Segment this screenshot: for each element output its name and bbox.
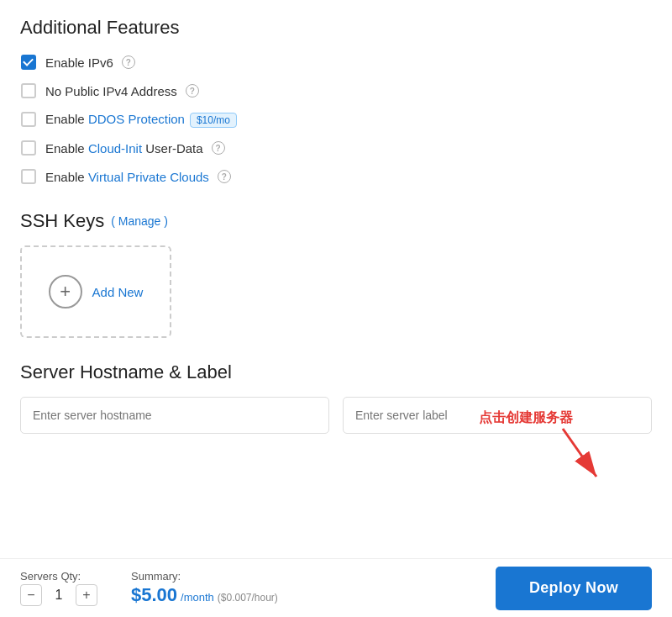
vpc-help-icon[interactable]: ? bbox=[218, 170, 231, 183]
no-ipv4-checkbox[interactable] bbox=[21, 83, 36, 98]
summary-section: Summary: $5.00 /month ($0.007/hour) bbox=[131, 570, 278, 606]
feature-item-ddos: Enable DDOS Protection$10/mo bbox=[20, 111, 652, 128]
ddos-link[interactable]: DDOS Protection bbox=[88, 112, 185, 126]
server-label-input[interactable] bbox=[343, 397, 652, 434]
footer-bar: Servers Qty: − 1 + Summary: $5.00 /month… bbox=[0, 558, 672, 617]
price-hourly: ($0.007/hour) bbox=[218, 592, 278, 604]
ssh-keys-title: SSH Keys ( Manage ) bbox=[20, 210, 652, 232]
summary-price: $5.00 /month ($0.007/hour) bbox=[131, 584, 278, 606]
ssh-manage-link[interactable]: ( Manage ) bbox=[111, 214, 168, 228]
qty-controls: − 1 + bbox=[20, 584, 97, 606]
no-ipv4-label: No Public IPv4 Address bbox=[45, 84, 177, 98]
feature-item-cloud-init: Enable Cloud-Init User-Data ? bbox=[20, 140, 652, 156]
ssh-keys-title-text: SSH Keys bbox=[20, 210, 104, 232]
server-hostname-input[interactable] bbox=[20, 397, 329, 434]
feature-item-vpc: Enable Virtual Private Clouds ? bbox=[20, 168, 652, 185]
ipv6-checkbox-wrapper[interactable] bbox=[20, 54, 37, 71]
servers-qty-section: Servers Qty: − 1 + bbox=[20, 570, 97, 606]
ddos-price-badge: $10/mo bbox=[190, 113, 237, 128]
cloud-init-help-icon[interactable]: ? bbox=[212, 141, 225, 155]
ssh-keys-section: SSH Keys ( Manage ) + Add New bbox=[20, 210, 652, 338]
ddos-checkbox[interactable] bbox=[21, 112, 36, 127]
vpc-link[interactable]: Virtual Private Clouds bbox=[88, 170, 209, 184]
cloud-init-checkbox-wrapper[interactable] bbox=[20, 140, 37, 156]
vpc-checkbox[interactable] bbox=[21, 169, 36, 184]
ipv6-help-icon[interactable]: ? bbox=[122, 55, 135, 69]
ipv6-checkbox[interactable] bbox=[21, 55, 36, 70]
vpc-label: Enable Virtual Private Clouds bbox=[45, 170, 209, 184]
price-period: /month bbox=[181, 591, 214, 604]
cloud-init-link[interactable]: Cloud-Init bbox=[88, 141, 142, 156]
ipv6-label: Enable IPv6 bbox=[45, 55, 113, 70]
no-ipv4-help-icon[interactable]: ? bbox=[186, 84, 199, 98]
add-ssh-label: Add New bbox=[92, 285, 144, 299]
qty-increase-button[interactable]: + bbox=[76, 584, 97, 606]
ddos-label: Enable DDOS Protection$10/mo bbox=[45, 112, 237, 128]
cloud-init-checkbox[interactable] bbox=[21, 140, 36, 156]
hostname-section: Server Hostname & Label bbox=[20, 361, 652, 434]
add-ssh-icon: + bbox=[49, 275, 82, 308]
svg-line-1 bbox=[563, 429, 596, 477]
qty-decrease-button[interactable]: − bbox=[20, 584, 42, 606]
ssh-add-box[interactable]: + Add New bbox=[20, 245, 171, 338]
vpc-checkbox-wrapper[interactable] bbox=[20, 168, 37, 185]
ddos-checkbox-wrapper[interactable] bbox=[20, 111, 37, 128]
cloud-init-label: Enable Cloud-Init User-Data bbox=[45, 141, 203, 156]
qty-value: 1 bbox=[50, 588, 67, 603]
feature-item-no-ipv4: No Public IPv4 Address ? bbox=[20, 82, 652, 99]
no-ipv4-checkbox-wrapper[interactable] bbox=[20, 82, 37, 99]
hostname-title: Server Hostname & Label bbox=[20, 361, 652, 383]
feature-item-ipv6: Enable IPv6 ? bbox=[20, 54, 652, 71]
summary-label: Summary: bbox=[131, 570, 278, 583]
price-main: $5.00 bbox=[131, 584, 177, 606]
hostname-inputs bbox=[20, 397, 652, 434]
additional-features-title: Additional Features bbox=[20, 17, 652, 39]
features-list: Enable IPv6 ? No Public IPv4 Address ? E… bbox=[20, 54, 652, 185]
deploy-now-button[interactable]: Deploy Now bbox=[496, 567, 652, 610]
qty-label: Servers Qty: bbox=[20, 570, 97, 583]
